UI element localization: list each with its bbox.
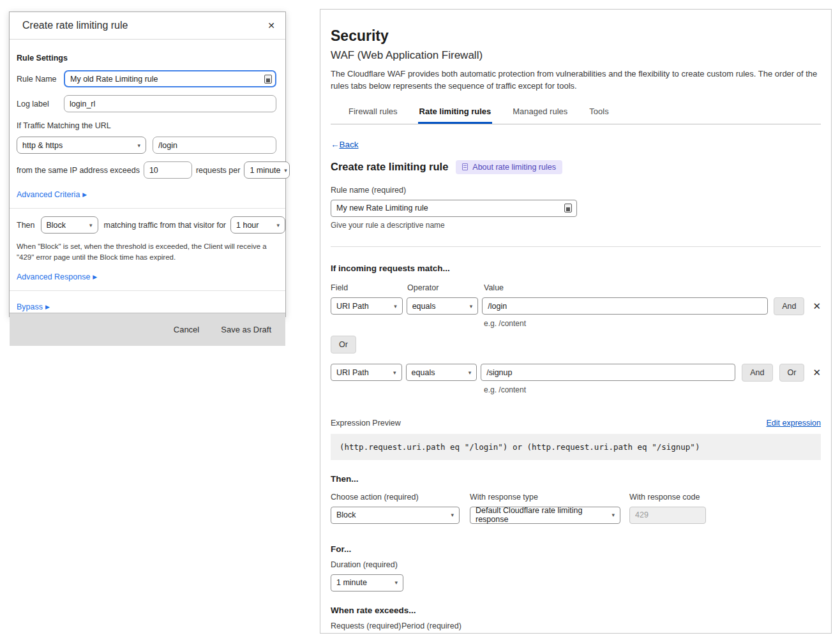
response-code-label: With response code (629, 493, 700, 502)
traffic-matching-heading: If Traffic Matching the URL (17, 121, 276, 130)
threshold-middle: requests per (196, 166, 240, 175)
modal-header: Create rate limiting rule ✕ (10, 12, 285, 40)
threshold-prefix: from the same IP address exceeds (17, 166, 140, 175)
tab-rate-limiting-rules[interactable]: Rate limiting rules (418, 103, 493, 124)
operator-column-label: Operator (407, 283, 484, 292)
autofill-icon[interactable] (564, 204, 572, 212)
edit-expression-link[interactable]: Edit expression (767, 419, 821, 428)
disclosure-icon: ▶ (82, 191, 87, 198)
period-select[interactable]: 1 minute ▾ (244, 161, 290, 179)
screen: Create rate limiting rule ✕ Rule Setting… (0, 0, 840, 640)
log-label-label: Log label (17, 100, 64, 108)
requests-label: Requests (required) (331, 621, 401, 630)
modal-footer: Cancel Save as Draft (10, 313, 285, 346)
back-arrow-icon: ← (331, 140, 340, 149)
field-select[interactable]: URI Path ▾ (331, 297, 403, 315)
scheme-select[interactable]: http & https ▾ (17, 137, 146, 154)
tab-firewall-rules[interactable]: Firewall rules (347, 103, 399, 124)
period-label: Period (required) (401, 621, 461, 630)
rule-name-label: Rule name (required) (331, 186, 821, 195)
and-button[interactable]: And (742, 364, 772, 382)
choose-action-select[interactable]: Block ▾ (331, 507, 460, 524)
rule-name-row: Rule Name (17, 70, 276, 87)
divider (331, 246, 821, 247)
modal-body: Rule Settings Rule Name Log label If Tra… (10, 40, 285, 313)
tab-tools[interactable]: Tools (588, 103, 610, 124)
action-select[interactable]: Block ▾ (41, 216, 98, 234)
advanced-criteria-link[interactable]: Advanced Criteria ▶ (17, 190, 87, 199)
duration-label: Duration (required) (331, 560, 821, 569)
operator-select[interactable]: equals ▾ (407, 297, 479, 315)
chevron-down-icon: ▾ (284, 167, 287, 174)
remove-row-icon[interactable]: ✕ (813, 301, 821, 312)
chevron-down-icon: ▾ (611, 512, 615, 518)
duration-select[interactable]: 1 minute ▾ (331, 574, 403, 592)
document-icon (462, 163, 468, 170)
divider (10, 290, 285, 291)
page-description: The Cloudflare WAF provides both automat… (331, 68, 821, 93)
field-select[interactable]: URI Path ▾ (331, 364, 402, 381)
block-duration-select[interactable]: 1 hour ▾ (230, 216, 285, 234)
modal-title: Create rate limiting rule (22, 20, 128, 31)
value-helper: e.g. /content (484, 319, 821, 328)
disclosure-icon: ▶ (93, 274, 97, 280)
close-icon[interactable]: ✕ (267, 21, 275, 30)
rule-name-helper: Give your rule a descriptive name (331, 221, 821, 230)
then-row: Then Block ▾ matching traffic from that … (17, 216, 276, 234)
about-rate-limiting-badge[interactable]: About rate limiting rules (456, 160, 562, 174)
disclosure-icon: ▶ (45, 304, 50, 310)
security-waf-panel: Security WAF (Web Application Firewall) … (320, 9, 832, 634)
divider (10, 208, 285, 209)
chevron-down-icon: ▾ (393, 369, 396, 376)
back-link[interactable]: ← Back (331, 140, 359, 149)
autofill-icon[interactable] (264, 75, 272, 84)
create-rate-limiting-rule-modal: Create rate limiting rule ✕ Rule Setting… (9, 11, 286, 317)
url-input[interactable] (153, 137, 276, 154)
expression-preview-label: Expression Preview (331, 419, 401, 428)
log-label-row: Log label (17, 95, 276, 112)
operator-select[interactable]: equals ▾ (406, 364, 477, 381)
chevron-down-icon: ▾ (469, 369, 472, 376)
rate-heading: When rate exceeds... (331, 606, 821, 615)
chevron-down-icon: ▾ (394, 579, 398, 586)
value-column-label: Value (484, 283, 504, 292)
remove-row-icon[interactable]: ✕ (813, 367, 821, 378)
value-input[interactable] (481, 364, 735, 381)
rules-tabs: Firewall rules Rate limiting rules Manag… (331, 103, 821, 124)
and-button[interactable]: And (774, 297, 804, 315)
or-button[interactable]: Or (779, 364, 805, 382)
choose-action-label: Choose action (required) (331, 493, 470, 502)
requests-input[interactable] (144, 161, 192, 179)
chevron-down-icon: ▾ (470, 303, 473, 309)
bypass-link[interactable]: Bypass ▶ (17, 302, 50, 311)
log-label-input[interactable] (64, 95, 276, 112)
response-type-label: With response type (470, 493, 629, 502)
value-input[interactable] (482, 297, 768, 315)
or-connector-button[interactable]: Or (331, 336, 356, 353)
expression-code: (http.request.uri.path eq "/login") or (… (331, 434, 821, 460)
chevron-down-icon: ▾ (89, 222, 93, 228)
chevron-down-icon: ▾ (137, 142, 140, 149)
then-heading: Then... (331, 474, 821, 484)
tab-managed-rules[interactable]: Managed rules (511, 103, 569, 124)
rule-name-input[interactable] (331, 200, 577, 217)
rule-name-input[interactable] (64, 70, 276, 87)
response-type-select[interactable]: Default Cloudflare rate limiting respons… (470, 507, 620, 524)
match-heading: If incoming requests match... (331, 264, 821, 273)
then-middle: matching traffic from that visitor for (104, 221, 227, 230)
chevron-down-icon: ▾ (394, 303, 397, 309)
chevron-down-icon: ▾ (451, 512, 454, 518)
threshold-row: from the same IP address exceeds request… (17, 161, 276, 179)
save-as-draft-button[interactable]: Save as Draft (221, 325, 271, 334)
match-row: URI Path ▾ equals ▾ And ✕ (331, 297, 821, 315)
form-title: Create rate limiting rule (331, 161, 448, 173)
for-heading: For... (331, 544, 821, 554)
match-row: URI Path ▾ equals ▾ And Or ✕ (331, 364, 821, 382)
page-subtitle: WAF (Web Application Firewall) (331, 49, 821, 62)
block-note: When "Block" is set, when the threshold … (17, 241, 276, 264)
cancel-button[interactable]: Cancel (174, 325, 199, 334)
page-title: Security (331, 27, 821, 45)
response-code-input (629, 507, 706, 524)
value-helper: e.g. /content (484, 385, 821, 394)
advanced-response-link[interactable]: Advanced Response ▶ (17, 272, 97, 281)
